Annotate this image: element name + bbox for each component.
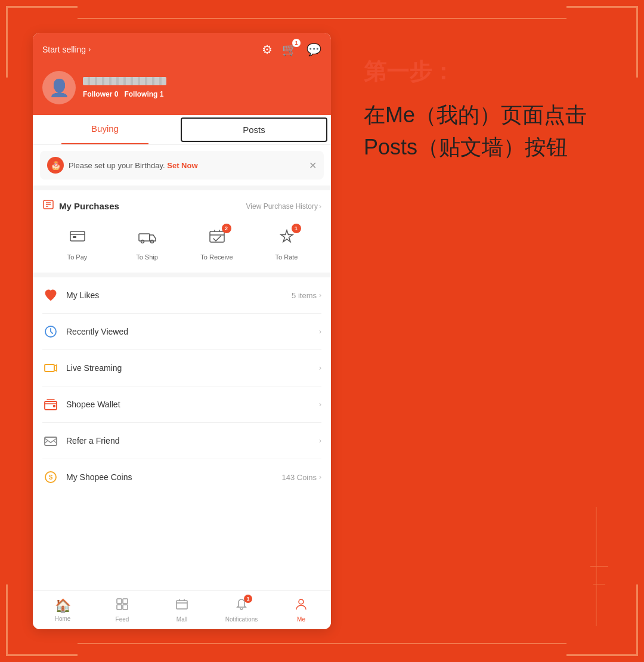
me-icon: [295, 598, 308, 614]
home-icon: 🏠: [55, 598, 71, 614]
phone-mockup: Start selling › ⚙ 🛒 1 💬 👤 Follower: [33, 33, 331, 629]
birthday-icon: 🎂: [47, 157, 64, 174]
chevron-right-icon: ›: [88, 45, 91, 54]
chevron-icon: ›: [319, 400, 321, 409]
nav-feed-label: Feed: [116, 616, 129, 623]
set-now-link[interactable]: Set Now: [167, 161, 197, 170]
heart-icon: [42, 287, 59, 304]
profile-info: Follower 0 Following 1: [83, 77, 321, 98]
order-to-ship[interactable]: To Ship: [112, 227, 182, 261]
shopee-wallet-text: Shopee Wallet: [66, 400, 120, 409]
menu-item-shopee-coins[interactable]: S My Shopee Coins 143 Coins ›: [33, 459, 331, 495]
svg-point-30: [299, 599, 304, 604]
mall-icon: [175, 598, 188, 614]
menu-item-my-likes[interactable]: My Likes 5 items ›: [33, 277, 331, 313]
start-selling-button[interactable]: Start selling ›: [42, 45, 91, 54]
to-pay-label: To Pay: [67, 253, 88, 261]
settings-button[interactable]: ⚙: [262, 42, 273, 57]
order-icons-row: To Pay To Ship 2: [33, 222, 331, 273]
nav-mall[interactable]: Mall: [152, 591, 212, 629]
to-receive-label: To Receive: [200, 253, 233, 261]
to-ship-icon: [138, 227, 157, 250]
phone-header: Start selling › ⚙ 🛒 1 💬 👤 Follower: [33, 33, 331, 115]
cart-button[interactable]: 🛒 1: [282, 42, 297, 57]
my-purchases-label: My Purchases: [59, 201, 119, 211]
shopee-coins-left: S My Shopee Coins: [42, 469, 132, 485]
header-top-row: Start selling › ⚙ 🛒 1 💬: [42, 42, 321, 57]
avatar-icon: 👤: [49, 78, 70, 98]
chevron-icon: ›: [319, 364, 321, 372]
coin-icon: S: [42, 469, 59, 485]
svg-rect-25: [117, 599, 122, 604]
refer-friend-left: Refer a Friend: [42, 432, 119, 449]
cart-badge: 1: [292, 39, 301, 47]
shopee-coins-right: 143 Coins ›: [281, 473, 321, 482]
step-title: 第一步：: [364, 57, 599, 87]
nav-home[interactable]: 🏠 Home: [33, 591, 92, 629]
close-banner-button[interactable]: ✕: [309, 160, 317, 171]
live-icon: [42, 360, 59, 376]
svg-point-15: [141, 240, 144, 243]
profile-area: 👤 Follower 0 Following 1: [42, 64, 321, 115]
step-description: 在Me（我的）页面点击Posts（贴文墙）按钮: [364, 99, 599, 163]
chevron-icon: ›: [319, 327, 321, 336]
chevron-icon: ›: [319, 291, 321, 299]
to-rate-badge: 1: [292, 224, 301, 233]
my-likes-text: My Likes: [66, 290, 99, 300]
to-rate-label: To Rate: [275, 253, 298, 261]
chevron-icon: ›: [319, 437, 321, 445]
recently-viewed-right: ›: [319, 327, 321, 336]
start-selling-label: Start selling: [42, 45, 86, 54]
svg-rect-14: [139, 234, 150, 241]
username-placeholder: [83, 77, 166, 85]
nav-me-label: Me: [297, 616, 305, 623]
view-purchase-history-link[interactable]: View Purchase History ›: [246, 202, 322, 211]
section-divider-2: [33, 273, 331, 277]
to-ship-label: To Ship: [136, 253, 158, 261]
tabs-bar: Buying Posts: [33, 115, 331, 145]
menu-item-recently-viewed[interactable]: Recently Viewed ›: [33, 314, 331, 349]
right-content: 第一步： 在Me（我的）页面点击Posts（贴文墙）按钮: [352, 33, 611, 187]
recently-viewed-text: Recently Viewed: [66, 327, 128, 336]
nav-feed[interactable]: Feed: [92, 591, 152, 629]
chevron-icon: ›: [319, 202, 321, 211]
bottom-nav: 🏠 Home Feed Mall: [33, 590, 331, 629]
follow-info: Follower 0 Following 1: [83, 90, 321, 98]
svg-rect-17: [210, 231, 224, 242]
to-pay-icon: [68, 227, 87, 250]
nav-mall-label: Mall: [177, 616, 187, 623]
menu-item-refer-friend[interactable]: Refer a Friend ›: [33, 423, 331, 459]
order-to-pay[interactable]: To Pay: [42, 227, 112, 261]
to-receive-badge: 2: [222, 224, 231, 233]
chevron-icon: ›: [319, 473, 321, 481]
svg-point-16: [150, 240, 153, 243]
recently-viewed-left: Recently Viewed: [42, 323, 128, 340]
order-to-rate[interactable]: 1 To Rate: [252, 227, 321, 261]
purchases-icon: [42, 199, 54, 214]
my-likes-right: 5 items ›: [292, 291, 321, 300]
message-button[interactable]: 💬: [306, 42, 321, 57]
tab-buying[interactable]: Buying: [33, 115, 177, 144]
order-to-receive[interactable]: 2 To Receive: [182, 227, 252, 261]
menu-item-shopee-wallet[interactable]: Shopee Wallet ›: [33, 386, 331, 422]
clock-icon: [42, 323, 59, 340]
nav-notifications-label: Notifications: [225, 616, 258, 623]
feed-icon: [116, 598, 129, 614]
birthday-banner: 🎂 Please set up your Birthday. Set Now ✕: [40, 151, 324, 180]
nav-home-label: Home: [55, 615, 71, 622]
svg-rect-21: [53, 405, 55, 407]
menu-item-live-streaming[interactable]: Live Streaming ›: [33, 350, 331, 386]
tab-posts[interactable]: Posts: [181, 117, 327, 142]
svg-rect-13: [73, 236, 76, 238]
my-likes-left: My Likes: [42, 287, 99, 304]
mail-icon: [42, 432, 59, 449]
shopee-coins-text: My Shopee Coins: [66, 472, 132, 482]
nav-me[interactable]: Me: [271, 591, 331, 629]
header-icons: ⚙ 🛒 1 💬: [262, 42, 321, 57]
svg-rect-26: [123, 599, 128, 604]
avatar[interactable]: 👤: [42, 71, 76, 104]
live-streaming-text: Live Streaming: [66, 363, 122, 373]
svg-rect-28: [123, 605, 128, 610]
section-divider-1: [33, 185, 331, 190]
nav-notifications[interactable]: 1 Notifications: [212, 591, 271, 629]
